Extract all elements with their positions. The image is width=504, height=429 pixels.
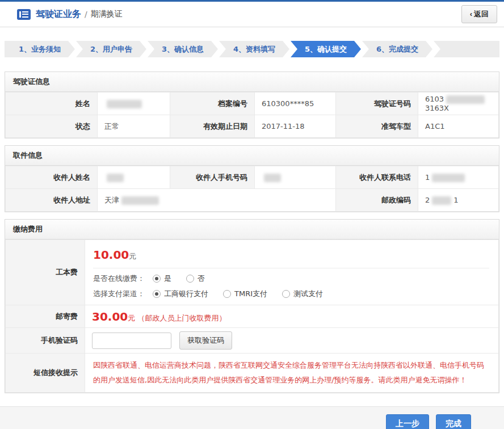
sms-tip-text: 因陕西省联通、电信运营商技术问题，陕西省互联网交通安全综合服务管理平台无法向持陕…	[93, 358, 489, 388]
captcha-label: 手机验证码	[6, 328, 85, 354]
pickup-info-table: 收件人姓名 收件人手机号码 收件人联系电话 1 收件人地址 天津 邮政编码 21	[5, 166, 499, 212]
footer-bar: 上一步 完成	[0, 406, 504, 429]
table-row: 短信接收提示 因陕西省联通、电信运营商技术问题，陕西省互联网交通安全综合服务管理…	[6, 354, 499, 393]
tab-step-3[interactable]: 3、确认信息	[148, 41, 218, 57]
fee-cell: 10.00元 是否在线缴费： 是 否 选择支付渠道： 工商银行支付 TMRI支付…	[85, 240, 499, 305]
online-pay-yes-option[interactable]: 是	[153, 274, 171, 284]
sms-tip-cell: 因陕西省联通、电信运营商技术问题，陕西省互联网交通安全综合服务管理平台无法向持陕…	[85, 354, 499, 393]
radio-unselected-icon[interactable]	[186, 275, 194, 283]
step-tabs: 1、业务须知 2、用户申告 3、确认信息 4、资料填写 5、确认提交 6、完成提…	[5, 41, 499, 57]
postage-note: （邮政人员上门收取费用）	[137, 314, 226, 322]
fee-amount-line: 10.00元	[93, 241, 489, 268]
license-no-value: 61033163X	[418, 92, 499, 115]
table-row: 状态 正常 有效期止日期 2017-11-18 准驾车型 A1C1	[6, 115, 499, 138]
license-business-icon	[17, 9, 31, 20]
radio-selected-icon[interactable]	[153, 290, 161, 298]
table-row: 邮寄费 30.00元 （邮政人员上门收取费用）	[6, 305, 499, 328]
get-captcha-button[interactable]: 获取验证码	[179, 331, 232, 350]
radio-unselected-icon[interactable]	[223, 290, 231, 298]
redacted-address	[121, 196, 159, 205]
fee-amount: 10.00	[93, 248, 129, 262]
postcode-value: 21	[418, 189, 499, 212]
channel-test-label: 测试支付	[293, 289, 323, 299]
tab-step-5-active[interactable]: 5、确认提交	[291, 41, 361, 57]
breadcrumb-separator: /	[85, 10, 87, 19]
captcha-cell: 获取验证码	[85, 328, 499, 354]
license-no-suffix: 3163X	[425, 104, 449, 112]
breadcrumb-current: 期满换证	[91, 9, 123, 19]
tab-step-6[interactable]: 6、完成提交	[362, 41, 432, 57]
sms-tip-label: 短信接收提示	[6, 354, 85, 393]
captcha-input[interactable]	[92, 333, 171, 349]
license-info-title: 驾驶证信息	[5, 72, 499, 92]
table-row: 手机验证码 获取验证码	[6, 328, 499, 354]
payment-table: 工本费 10.00元 是否在线缴费： 是 否 选择支付渠道： 工商银行支付 TM…	[5, 239, 499, 393]
expiry-label: 有效期止日期	[170, 115, 255, 138]
postcode-prefix: 2	[425, 196, 430, 204]
recipient-name-label: 收件人姓名	[6, 166, 98, 189]
tab-step-2[interactable]: 2、用户申告	[76, 41, 146, 57]
file-no-label: 档案编号	[170, 92, 255, 115]
channel-tmri-label: TMRI支付	[234, 289, 267, 299]
online-pay-question: 是否在线缴费：	[93, 274, 145, 284]
redacted-recipient-mobile	[264, 174, 281, 182]
back-button[interactable]: ‹返回	[461, 5, 497, 23]
tab-step-1[interactable]: 1、业务须知	[5, 41, 75, 57]
recipient-phone-value: 1	[418, 166, 499, 189]
postage-value: 30.00元 （邮政人员上门收取费用）	[85, 305, 499, 328]
pay-channel-question: 选择支付渠道：	[93, 289, 145, 299]
redacted-recipient-name	[107, 174, 124, 182]
license-no-label: 驾驶证号码	[336, 92, 418, 115]
fee-unit: 元	[129, 252, 136, 260]
recipient-name-value	[98, 166, 170, 189]
address-label: 收件人地址	[6, 189, 98, 212]
table-row: 收件人地址 天津 邮政编码 21	[6, 189, 499, 212]
name-label: 姓名	[6, 92, 98, 115]
fee-label: 工本费	[6, 240, 85, 305]
recipient-phone-label: 收件人联系电话	[336, 166, 418, 189]
radio-selected-icon[interactable]	[153, 275, 161, 283]
channel-tmri-option[interactable]: TMRI支付	[223, 289, 267, 299]
breadcrumb-root: 驾驶证业务	[36, 9, 81, 20]
back-chevron-icon: ‹	[470, 10, 472, 18]
online-pay-no-label: 否	[198, 274, 205, 284]
recipient-phone-prefix: 1	[425, 173, 430, 182]
table-row: 收件人姓名 收件人手机号码 收件人联系电话 1	[6, 166, 499, 189]
online-pay-row: 是否在线缴费： 是 否	[93, 274, 498, 284]
license-info-table: 姓名 档案编号 610300****85 驾驶证号码 61033163X 状态 …	[5, 92, 499, 138]
online-pay-no-option[interactable]: 否	[186, 274, 205, 284]
recipient-mobile-label: 收件人手机号码	[170, 166, 255, 189]
postage-amount: 30.00	[92, 310, 128, 323]
pay-channel-row: 选择支付渠道： 工商银行支付 TMRI支付 测试支付	[93, 289, 498, 299]
redacted-license-no	[446, 95, 485, 104]
payment-panel: 缴纳费用 工本费 10.00元 是否在线缴费： 是 否 选择支付渠道： 工商银行…	[5, 219, 499, 393]
redacted-name	[107, 100, 142, 108]
back-button-label: 返回	[474, 10, 489, 18]
table-row: 工本费 10.00元 是否在线缴费： 是 否 选择支付渠道： 工商银行支付 TM…	[6, 240, 499, 305]
tab-step-4[interactable]: 4、资料填写	[219, 41, 289, 57]
tabs-filler	[434, 41, 499, 57]
previous-step-button[interactable]: 上一步	[386, 414, 429, 429]
redacted-postcode	[432, 196, 451, 205]
online-pay-yes-label: 是	[164, 274, 171, 284]
file-no-value: 610300****85	[255, 92, 336, 115]
pickup-info-panel: 取件信息 收件人姓名 收件人手机号码 收件人联系电话 1 收件人地址 天津 邮政…	[5, 145, 499, 212]
postcode-suffix: 1	[453, 196, 458, 204]
radio-unselected-icon[interactable]	[282, 290, 290, 298]
page-header: 驾驶证业务 / 期满换证 ‹返回	[0, 2, 504, 27]
status-value: 正常	[98, 115, 170, 138]
channel-test-option[interactable]: 测试支付	[282, 289, 323, 299]
channel-icbc-option[interactable]: 工商银行支付	[153, 289, 208, 299]
table-row: 姓名 档案编号 610300****85 驾驶证号码 61033163X	[6, 92, 499, 115]
pickup-info-title: 取件信息	[5, 146, 499, 166]
finish-button[interactable]: 完成	[436, 414, 471, 429]
channel-icbc-label: 工商银行支付	[164, 289, 208, 299]
address-prefix: 天津	[104, 196, 119, 204]
license-info-panel: 驾驶证信息 姓名 档案编号 610300****85 驾驶证号码 6103316…	[5, 72, 499, 138]
expiry-value: 2017-11-18	[255, 115, 336, 138]
postcode-label: 邮政编码	[336, 189, 418, 212]
address-value: 天津	[98, 189, 336, 212]
payment-title: 缴纳费用	[5, 220, 499, 239]
vehicle-class-label: 准驾车型	[336, 115, 418, 138]
name-value	[98, 92, 170, 115]
